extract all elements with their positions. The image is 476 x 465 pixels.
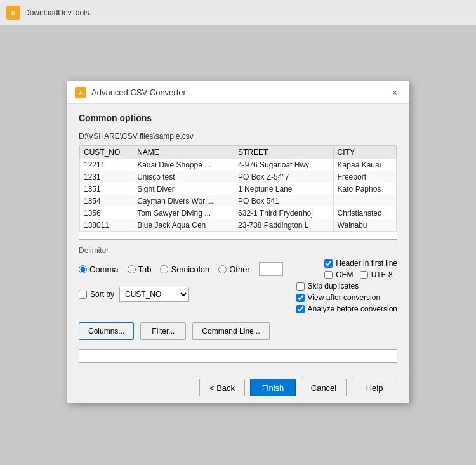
delimiter-label: Delimiter bbox=[79, 246, 397, 255]
options-section: Sort by CUST_NONAMESTREETCITY Skip dupli… bbox=[79, 282, 397, 313]
sort-row: Sort by CUST_NONAMESTREETCITY bbox=[79, 287, 286, 302]
table-row: 138011Blue Jack Aqua Cen23-738 Paddingto… bbox=[80, 219, 397, 232]
table-row: 1356Tom Sawyer Diving ...632-1 Third Fry… bbox=[80, 207, 397, 219]
dialog-title-left: A Advanced CSV Converter bbox=[75, 87, 186, 98]
action-buttons-row: Columns... Filter... Command Line... bbox=[79, 322, 397, 340]
app-logo: D bbox=[6, 6, 20, 20]
col-header-city: CITY bbox=[333, 146, 396, 159]
finish-button[interactable]: Finish bbox=[250, 379, 296, 396]
command-line-button[interactable]: Command Line... bbox=[192, 322, 269, 340]
delimiter-row: Comma Tab Semicolon Other bbox=[79, 259, 397, 279]
col-header-name: NAME bbox=[133, 146, 234, 159]
left-options: Sort by CUST_NONAMESTREETCITY bbox=[79, 282, 286, 313]
dialog-title-bar: A Advanced CSV Converter × bbox=[67, 81, 409, 104]
dialog-footer: < Back Finish Cancel Help bbox=[67, 372, 409, 403]
radio-semicolon[interactable]: Semicolon bbox=[160, 265, 209, 274]
radio-tab[interactable]: Tab bbox=[128, 265, 152, 274]
section-title: Common options bbox=[79, 113, 397, 123]
svg-text:D: D bbox=[11, 10, 15, 16]
dialog-title-text: Advanced CSV Converter bbox=[91, 88, 186, 97]
checkbox-oem[interactable]: OEM bbox=[324, 270, 353, 279]
back-button[interactable]: < Back bbox=[199, 379, 245, 396]
svg-text:A: A bbox=[79, 91, 82, 95]
radio-comma-label: Comma bbox=[89, 265, 119, 274]
table-row: 1354Cayman Divers Worl...PO Box 541 bbox=[80, 195, 397, 207]
right-checkboxes: Header in first line OEM UTF-8 bbox=[324, 259, 397, 279]
file-path: D:\VSHARE\CSV files\sample.csv bbox=[79, 132, 397, 141]
sort-dropdown[interactable]: CUST_NONAMESTREETCITY bbox=[119, 287, 189, 302]
radio-semicolon-label: Semicolon bbox=[171, 265, 209, 274]
view-after-label: View after conversion bbox=[308, 293, 381, 302]
table-scroll[interactable]: CUST_NO NAME STREET CITY 12211Kauai Dive… bbox=[79, 145, 397, 239]
radio-other-label: Other bbox=[229, 265, 250, 274]
radio-tab-label: Tab bbox=[138, 265, 152, 274]
columns-button[interactable]: Columns... bbox=[79, 322, 134, 340]
checkbox-utf8[interactable]: UTF-8 bbox=[360, 270, 393, 279]
filter-button[interactable]: Filter... bbox=[140, 322, 186, 340]
data-table: CUST_NO NAME STREET CITY 12211Kauai Dive… bbox=[79, 145, 397, 232]
dialog-window: A Advanced CSV Converter × Common option… bbox=[67, 81, 409, 403]
close-button[interactable]: × bbox=[388, 86, 401, 99]
skip-duplicates-label: Skip duplicates bbox=[308, 282, 359, 291]
radio-other[interactable]: Other bbox=[218, 265, 250, 274]
app-title: DownloadDevTools. bbox=[24, 8, 91, 17]
right-options-checkboxes: Skip duplicates View after conversion An… bbox=[296, 282, 397, 313]
help-button[interactable]: Help bbox=[352, 379, 397, 396]
table-row: 12211Kauai Dive Shoppe ...4-976 Sugarloa… bbox=[80, 159, 397, 171]
col-header-cust: CUST_NO bbox=[80, 146, 133, 159]
cancel-button[interactable]: Cancel bbox=[301, 379, 347, 396]
progress-bar bbox=[79, 349, 397, 363]
checkbox-analyze[interactable]: Analyze before conversion bbox=[296, 305, 397, 313]
top-bar: D DownloadDevTools. bbox=[0, 0, 476, 25]
checkbox-header[interactable]: Header in first line bbox=[324, 259, 397, 268]
table-container: CUST_NO NAME STREET CITY 12211Kauai Dive… bbox=[79, 145, 397, 240]
checkbox-utf8-label: UTF-8 bbox=[371, 270, 393, 279]
delimiter-section: Delimiter Comma Tab Semicolon bbox=[79, 246, 397, 279]
dialog-body: Common options D:\VSHARE\CSV files\sampl… bbox=[67, 104, 409, 372]
radio-comma[interactable]: Comma bbox=[79, 265, 119, 274]
checkbox-view[interactable]: View after conversion bbox=[296, 293, 397, 302]
table-row: 1231Unisco testPO Box Z-54"7Freeport bbox=[80, 171, 397, 183]
checkbox-oem-label: OEM bbox=[336, 270, 353, 279]
dialog-icon: A bbox=[75, 87, 86, 98]
col-header-street: STREET bbox=[234, 146, 334, 159]
radio-group: Comma Tab Semicolon Other bbox=[79, 262, 283, 276]
checkbox-header-label: Header in first line bbox=[336, 259, 397, 268]
analyze-before-label: Analyze before conversion bbox=[308, 305, 397, 313]
checkbox-sort[interactable]: Sort by bbox=[79, 290, 114, 299]
sort-by-label: Sort by bbox=[90, 290, 114, 299]
checkbox-skip[interactable]: Skip duplicates bbox=[296, 282, 397, 291]
other-delimiter-input[interactable] bbox=[259, 262, 283, 276]
table-row: 1351Sight Diver1 Neptune LaneKato Paphos bbox=[80, 183, 397, 195]
